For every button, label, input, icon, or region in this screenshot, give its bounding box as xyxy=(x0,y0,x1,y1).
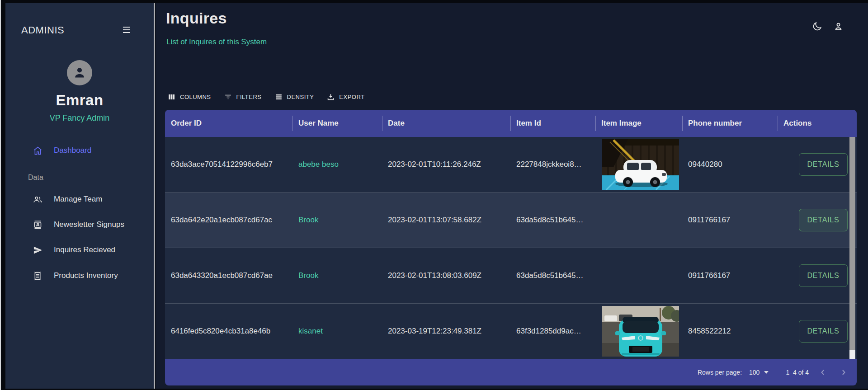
user-name-cell: Brook xyxy=(292,193,382,248)
menu-icon[interactable] xyxy=(120,24,133,37)
profile-name: Emran xyxy=(5,92,154,109)
sidebar-item-label: Inquires Recieved xyxy=(54,245,115,254)
previous-page-button[interactable] xyxy=(816,366,830,379)
phone-number-cell: 0911766167 xyxy=(682,248,778,303)
table-row[interactable]: 63da3ace70514122996c6eb7 abebe beso 2023… xyxy=(165,137,857,193)
date-cell: 2023-02-01T10:11:26.246Z xyxy=(382,137,510,192)
page-title: Inquires xyxy=(166,9,227,27)
date-cell: 2023-03-19T12:23:49.381Z xyxy=(382,304,510,359)
filters-button[interactable]: FILTERS xyxy=(219,90,266,104)
date-cell: 2023-02-01T13:07:58.682Z xyxy=(382,193,510,248)
table-row[interactable]: 63da643320a1ecb087cd67ae Brook 2023-02-0… xyxy=(165,248,857,304)
chevron-right-icon xyxy=(839,368,848,377)
item-image-cell xyxy=(595,137,682,192)
dark-mode-toggle-button[interactable] xyxy=(809,19,825,34)
people-icon xyxy=(33,195,42,204)
sidebar: ADMINIS Emran VP Fancy Admin Dashboard D… xyxy=(5,3,155,389)
data-grid: Order ID User Name Date Item Id Item Ima… xyxy=(165,110,857,385)
columns-button[interactable]: COLUMNS xyxy=(163,90,216,104)
main-content: Inquires List of Inquires of this System… xyxy=(156,3,868,389)
topbar xyxy=(809,19,846,34)
table-row[interactable]: 63da642e20a1ecb087cd67ac Brook 2023-02-0… xyxy=(165,193,857,248)
user-name-cell: kisanet xyxy=(292,304,382,359)
page-subtitle: List of Inquires of this System xyxy=(166,38,267,47)
sidebar-item-manage-team[interactable]: Manage Team xyxy=(5,190,154,208)
send-icon xyxy=(33,245,42,255)
column-header-user-name[interactable]: User Name xyxy=(292,110,382,137)
table-body: 63da3ace70514122996c6eb7 abebe beso 2023… xyxy=(165,137,857,359)
sidebar-item-newsletter-signups[interactable]: Newesletter Signups xyxy=(5,216,154,234)
details-button[interactable]: DETAILS xyxy=(799,264,848,287)
column-header-date[interactable]: Date xyxy=(382,110,510,137)
table-footer: Rows per page: 100 1–4 of 4 xyxy=(165,359,857,385)
density-icon xyxy=(274,93,283,101)
datagrid-toolbar: COLUMNS FILTERS DENSITY EXPORT xyxy=(163,90,369,104)
export-button-label: EXPORT xyxy=(339,94,364,100)
profile-role: VP Fancy Admin xyxy=(5,113,154,123)
user-name-cell: abebe beso xyxy=(292,137,382,192)
export-button[interactable]: EXPORT xyxy=(322,90,369,104)
person-icon xyxy=(833,21,844,32)
item-image-cell xyxy=(595,193,682,248)
sidebar-item-products-inventory[interactable]: Products Inventory xyxy=(5,267,154,285)
phone-number-cell: 8458522212 xyxy=(682,304,778,359)
rows-per-page-label: Rows per page: xyxy=(698,369,742,376)
receipt-icon xyxy=(33,271,42,281)
table-row[interactable]: 6416fed5c820e4cb31a8e46b kisanet 2023-03… xyxy=(165,304,857,359)
column-header-actions[interactable]: Actions xyxy=(778,110,857,137)
scrollbar-thumb[interactable] xyxy=(849,137,855,350)
next-page-button[interactable] xyxy=(837,366,850,379)
pagination-range: 1–4 of 4 xyxy=(786,369,809,376)
item-id-cell: 2227848jckkeoi8… xyxy=(510,137,595,192)
density-button[interactable]: DENSITY xyxy=(270,90,319,104)
column-header-item-image[interactable]: Item Image xyxy=(595,110,682,137)
sidebar-item-label: Newesletter Signups xyxy=(54,220,124,229)
rows-per-page-select[interactable]: 100 xyxy=(749,369,769,376)
details-button[interactable]: DETAILS xyxy=(799,209,848,231)
actions-cell: DETAILS xyxy=(778,193,857,248)
sidebar-item-dashboard[interactable]: Dashboard xyxy=(5,141,154,160)
details-button[interactable]: DETAILS xyxy=(799,153,848,176)
order-id-cell: 63da643320a1ecb087cd67ae xyxy=(165,248,292,303)
user-name-cell: Brook xyxy=(292,248,382,303)
moon-icon xyxy=(812,21,822,32)
dropdown-caret-icon xyxy=(764,371,769,374)
column-header-phone-number[interactable]: Phone number xyxy=(682,110,778,137)
phone-number-cell: 0911766167 xyxy=(682,193,778,248)
sidebar-item-label: Manage Team xyxy=(54,195,102,204)
sidebar-item-inquires-recieved[interactable]: Inquires Recieved xyxy=(5,241,154,259)
column-header-order-id[interactable]: Order ID xyxy=(165,110,292,137)
home-icon xyxy=(33,146,42,155)
avatar xyxy=(67,60,92,85)
density-button-label: DENSITY xyxy=(287,94,314,100)
item-image-white-car xyxy=(602,139,679,190)
date-cell: 2023-02-01T13:08:03.609Z xyxy=(382,248,510,303)
screen-edge-line xyxy=(0,0,1,390)
app-title: ADMINIS xyxy=(21,24,64,36)
rows-per-page-value: 100 xyxy=(749,369,760,376)
column-header-item-id[interactable]: Item Id xyxy=(510,110,595,137)
scrollbar[interactable] xyxy=(849,137,855,359)
actions-cell: DETAILS xyxy=(778,137,857,192)
order-id-cell: 63da642e20a1ecb087cd67ac xyxy=(165,193,292,248)
phone-number-cell: 09440280 xyxy=(682,137,778,192)
item-id-cell: 63f3d1285dd9ac… xyxy=(510,304,595,359)
actions-cell: DETAILS xyxy=(778,248,857,303)
filters-button-label: FILTERS xyxy=(236,94,262,100)
details-button[interactable]: DETAILS xyxy=(799,320,848,343)
columns-button-label: COLUMNS xyxy=(180,94,211,100)
order-id-cell: 6416fed5c820e4cb31a8e46b xyxy=(165,304,292,359)
download-icon xyxy=(326,93,335,101)
item-image-cell xyxy=(595,304,682,359)
chevron-left-icon xyxy=(818,368,827,377)
actions-cell: DETAILS xyxy=(778,304,857,359)
profile-button[interactable] xyxy=(830,19,846,34)
sidebar-item-label: Products Inventory xyxy=(54,271,118,280)
contacts-icon xyxy=(33,220,42,230)
item-image-cell xyxy=(595,248,682,303)
nav-section-data: Data xyxy=(28,174,43,182)
order-id-cell: 63da3ace70514122996c6eb7 xyxy=(165,137,292,192)
item-id-cell: 63da5d8c51b645… xyxy=(510,193,595,248)
person-avatar-icon xyxy=(71,65,88,81)
sidebar-item-label: Dashboard xyxy=(54,146,91,155)
